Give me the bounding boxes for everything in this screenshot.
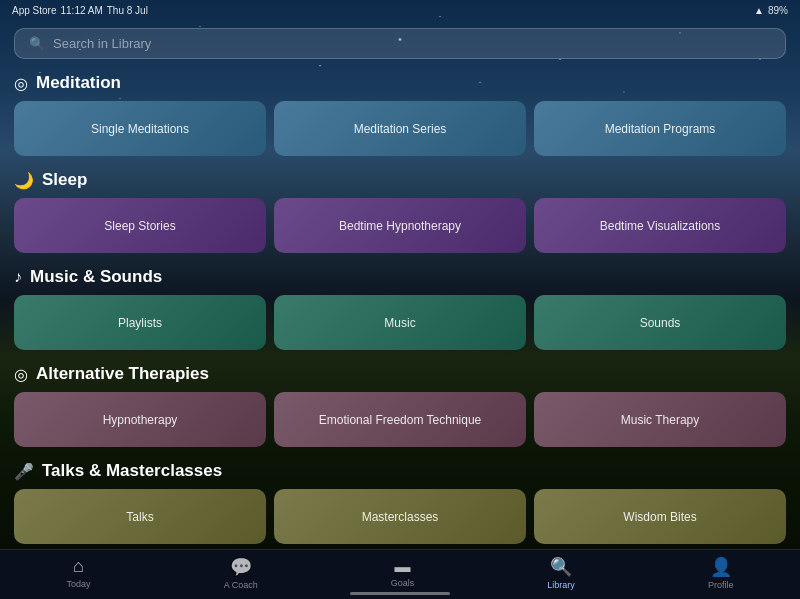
section-header-music: ♪Music & Sounds (14, 267, 786, 287)
card-music-0[interactable]: Playlists (14, 295, 266, 350)
nav-profile-label: Profile (708, 580, 734, 590)
card-music-1[interactable]: Music (274, 295, 526, 350)
card-sleep-0[interactable]: Sleep Stories (14, 198, 266, 253)
home-icon: ⌂ (73, 556, 84, 577)
cards-grid-sleep: Sleep StoriesBedtime HypnotherapyBedtime… (14, 198, 786, 253)
section-header-alternative: ◎Alternative Therapies (14, 364, 786, 384)
nav-today[interactable]: ⌂ Today (57, 552, 101, 593)
section-icon-music: ♪ (14, 268, 22, 286)
section-header-meditation: ◎Meditation (14, 73, 786, 93)
section-title-talks: Talks & Masterclasses (42, 461, 222, 481)
card-talks-1[interactable]: Masterclasses (274, 489, 526, 544)
section-talks: 🎤Talks & MasterclassesTalksMasterclasses… (14, 461, 786, 544)
coach-icon: 💬 (230, 556, 252, 578)
battery-label: 89% (768, 5, 788, 16)
nav-goals[interactable]: ▬ Goals (381, 554, 425, 592)
section-title-meditation: Meditation (36, 73, 121, 93)
card-label-music-0: Playlists (118, 316, 162, 330)
card-label-sleep-2: Bedtime Visualizations (600, 219, 721, 233)
section-icon-alternative: ◎ (14, 365, 28, 384)
card-label-alternative-1: Emotional Freedom Technique (319, 413, 482, 427)
cards-grid-music: PlaylistsMusicSounds (14, 295, 786, 350)
card-meditation-0[interactable]: Single Meditations (14, 101, 266, 156)
card-alternative-2[interactable]: Music Therapy (534, 392, 786, 447)
cards-grid-talks: TalksMasterclassesWisdom Bites (14, 489, 786, 544)
home-indicator (350, 592, 450, 595)
card-label-talks-1: Masterclasses (362, 510, 439, 524)
card-label-talks-2: Wisdom Bites (623, 510, 696, 524)
section-icon-sleep: 🌙 (14, 171, 34, 190)
card-label-meditation-1: Meditation Series (354, 122, 447, 136)
section-meditation: ◎MeditationSingle MeditationsMeditation … (14, 73, 786, 156)
search-icon: 🔍 (29, 36, 45, 51)
section-title-music: Music & Sounds (30, 267, 162, 287)
card-label-talks-0: Talks (126, 510, 153, 524)
nav-coach-label: A Coach (224, 580, 258, 590)
search-bar[interactable]: 🔍 (14, 28, 786, 59)
card-label-sleep-0: Sleep Stories (104, 219, 175, 233)
section-icon-talks: 🎤 (14, 462, 34, 481)
card-talks-0[interactable]: Talks (14, 489, 266, 544)
card-label-meditation-0: Single Meditations (91, 122, 189, 136)
cards-grid-meditation: Single MeditationsMeditation SeriesMedit… (14, 101, 786, 156)
sections-container: ◎MeditationSingle MeditationsMeditation … (14, 73, 786, 544)
card-sleep-2[interactable]: Bedtime Visualizations (534, 198, 786, 253)
card-label-music-1: Music (384, 316, 415, 330)
profile-icon: 👤 (710, 556, 732, 578)
nav-coach[interactable]: 💬 A Coach (214, 552, 268, 594)
nav-goals-label: Goals (391, 578, 415, 588)
library-icon: 🔍 (550, 556, 572, 578)
card-label-sleep-1: Bedtime Hypnotherapy (339, 219, 461, 233)
section-sleep: 🌙SleepSleep StoriesBedtime HypnotherapyB… (14, 170, 786, 253)
nav-library[interactable]: 🔍 Library (537, 552, 585, 594)
section-title-sleep: Sleep (42, 170, 87, 190)
status-right: ▲ 89% (754, 5, 788, 16)
card-talks-2[interactable]: Wisdom Bites (534, 489, 786, 544)
main-content[interactable]: 🔍 ◎MeditationSingle MeditationsMeditatio… (0, 20, 800, 549)
card-label-meditation-2: Meditation Programs (605, 122, 716, 136)
status-bar: App Store 11:12 AM Thu 8 Jul ▲ 89% (0, 0, 800, 20)
card-label-music-2: Sounds (640, 316, 681, 330)
cards-grid-alternative: HypnotherapyEmotional Freedom TechniqueM… (14, 392, 786, 447)
section-icon-meditation: ◎ (14, 74, 28, 93)
carrier-label: App Store (12, 5, 56, 16)
section-alternative: ◎Alternative TherapiesHypnotherapyEmotio… (14, 364, 786, 447)
card-alternative-0[interactable]: Hypnotherapy (14, 392, 266, 447)
nav-library-label: Library (547, 580, 575, 590)
card-music-2[interactable]: Sounds (534, 295, 786, 350)
section-header-sleep: 🌙Sleep (14, 170, 786, 190)
section-title-alternative: Alternative Therapies (36, 364, 209, 384)
date-label: Thu 8 Jul (107, 5, 148, 16)
card-sleep-1[interactable]: Bedtime Hypnotherapy (274, 198, 526, 253)
search-input[interactable] (53, 36, 771, 51)
time-label: 11:12 AM (60, 5, 102, 16)
nav-today-label: Today (67, 579, 91, 589)
status-left: App Store 11:12 AM Thu 8 Jul (12, 5, 148, 16)
card-label-alternative-2: Music Therapy (621, 413, 699, 427)
section-header-talks: 🎤Talks & Masterclasses (14, 461, 786, 481)
section-music: ♪Music & SoundsPlaylistsMusicSounds (14, 267, 786, 350)
goals-icon: ▬ (395, 558, 411, 576)
nav-profile[interactable]: 👤 Profile (698, 552, 744, 594)
card-label-alternative-0: Hypnotherapy (103, 413, 178, 427)
wifi-icon: ▲ (754, 5, 764, 16)
card-meditation-2[interactable]: Meditation Programs (534, 101, 786, 156)
card-meditation-1[interactable]: Meditation Series (274, 101, 526, 156)
card-alternative-1[interactable]: Emotional Freedom Technique (274, 392, 526, 447)
